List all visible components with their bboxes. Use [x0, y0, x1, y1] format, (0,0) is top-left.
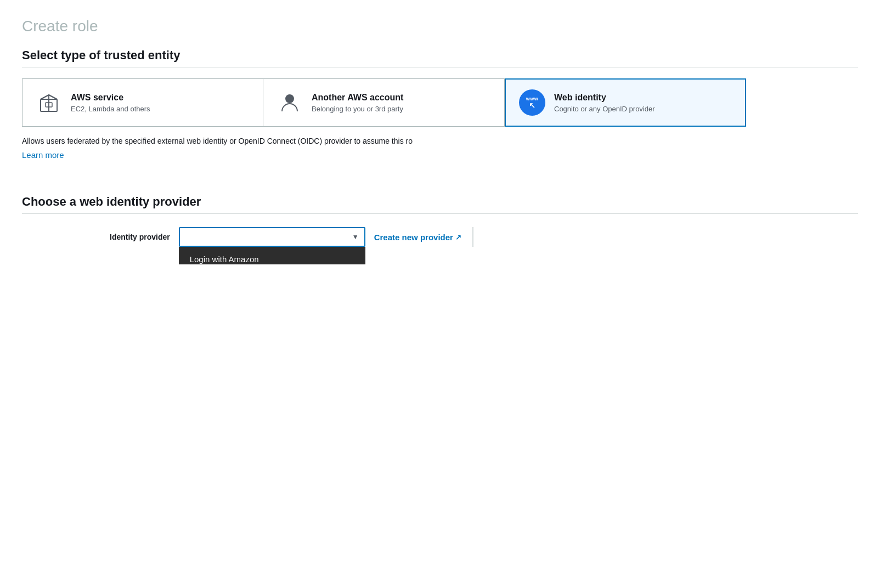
entity-card-another-aws-account[interactable]: Another AWS account Belonging to you or …	[263, 78, 505, 127]
aws-service-card-text: AWS service EC2, Lambda and others	[71, 93, 150, 113]
external-link-icon: ↗	[455, 233, 461, 241]
aws-account-icon	[277, 89, 303, 116]
entity-card-web-identity[interactable]: www ↖ Web identity Cognito or any OpenID…	[505, 78, 746, 127]
page-title: Create role	[22, 18, 858, 35]
info-text: Allows users federated by the specified …	[22, 135, 858, 147]
create-new-provider-link[interactable]: Create new provider ↗	[374, 233, 461, 242]
identity-provider-dropdown-menu: Login with Amazon Amazon Cognito Faceboo…	[179, 247, 365, 264]
vertical-separator	[472, 227, 473, 247]
create-new-provider-label: Create new provider	[374, 233, 453, 242]
identity-provider-label: Identity provider	[110, 233, 170, 241]
svg-point-4	[286, 95, 294, 103]
identity-provider-select[interactable]	[179, 227, 365, 247]
another-aws-account-card-text: Another AWS account Belonging to you or …	[312, 93, 403, 113]
another-aws-account-card-subtitle: Belonging to you or 3rd party	[312, 105, 403, 113]
web-identity-icon: www ↖	[519, 89, 545, 116]
identity-provider-dropdown-wrapper: ▼ Login with Amazon Amazon Cognito Faceb…	[179, 227, 365, 247]
entity-cards-container: AWS service EC2, Lambda and others Anoth…	[22, 78, 858, 127]
another-aws-account-card-title: Another AWS account	[312, 93, 403, 103]
section2-title: Choose a web identity provider	[22, 195, 858, 209]
web-identity-card-title: Web identity	[554, 93, 655, 103]
aws-service-icon	[36, 89, 62, 116]
identity-provider-row: Identity provider ▼ Login with Amazon Am…	[22, 227, 858, 247]
dropdown-item-login-with-amazon[interactable]: Login with Amazon	[179, 247, 365, 264]
web-identity-card-text: Web identity Cognito or any OpenID provi…	[554, 93, 655, 113]
section1-title: Select type of trusted entity	[22, 48, 858, 63]
aws-service-card-title: AWS service	[71, 93, 150, 103]
section2-divider	[22, 213, 858, 214]
aws-service-card-subtitle: EC2, Lambda and others	[71, 105, 150, 113]
learn-more-link[interactable]: Learn more	[22, 150, 64, 160]
web-identity-card-subtitle: Cognito or any OpenID provider	[554, 105, 655, 113]
section1-divider	[22, 67, 858, 67]
entity-card-aws-service[interactable]: AWS service EC2, Lambda and others	[22, 78, 263, 127]
